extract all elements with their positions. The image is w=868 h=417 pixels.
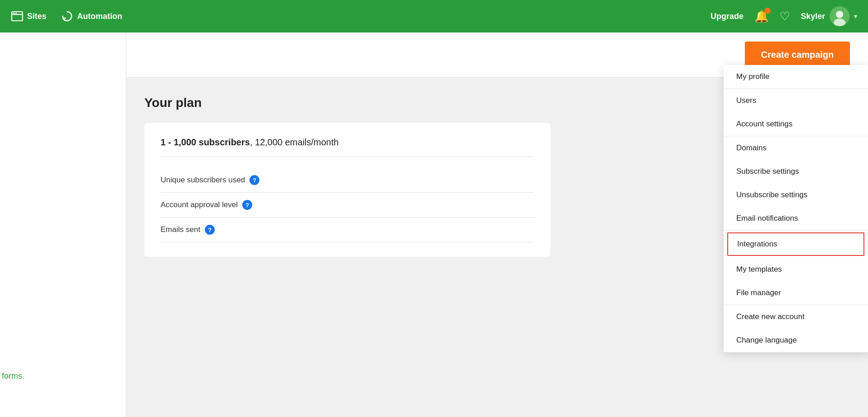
account-approval-help-icon[interactable]: ?: [242, 200, 252, 210]
user-menu-trigger[interactable]: Skyler ▾: [801, 6, 857, 26]
unique-subscribers-label: Unique subscribers used: [161, 176, 245, 185]
dropdown-section-account: Users Account settings: [724, 89, 868, 136]
emails-sent-row: Emails sent ?: [161, 218, 534, 242]
automation-label: Automation: [77, 12, 122, 21]
dropdown-subscribe-settings[interactable]: Subscribe settings: [724, 160, 868, 183]
subscribers-count: 1 - 1,000 subscribers: [161, 137, 250, 147]
dropdown-domains[interactable]: Domains: [724, 136, 868, 160]
dropdown-section-account-actions: Create new account Change language: [724, 305, 868, 352]
dropdown-change-language[interactable]: Change language: [724, 329, 868, 352]
svg-point-5: [836, 11, 843, 18]
dropdown-integrations[interactable]: Integrations: [727, 232, 864, 256]
svg-rect-3: [15, 13, 17, 14]
create-campaign-button[interactable]: Create campaign: [745, 42, 850, 68]
dropdown-unsubscribe-settings[interactable]: Unsubscribe settings: [724, 183, 868, 207]
account-approval-label: Account approval level: [161, 200, 238, 209]
dropdown-create-new-account[interactable]: Create new account: [724, 305, 868, 329]
plan-card: 1 - 1,000 subscribers, 12,000 emails/mon…: [144, 123, 550, 257]
main-content: Create campaign Your plan 1 - 1,000 subs…: [0, 32, 868, 417]
dropdown-my-profile[interactable]: My profile: [724, 65, 868, 88]
emails-per-month: , 12,000 emails/month: [250, 137, 339, 147]
account-approval-row: Account approval level ?: [161, 193, 534, 218]
favorites-icon[interactable]: ♡: [780, 9, 790, 23]
upgrade-button[interactable]: Upgrade: [711, 12, 743, 21]
svg-rect-2: [13, 13, 14, 14]
unique-subscribers-row: Unique subscribers used ?: [161, 168, 534, 193]
dropdown-file-manager[interactable]: File manager: [724, 281, 868, 305]
emails-sent-help-icon[interactable]: ?: [205, 225, 215, 235]
dropdown-my-templates[interactable]: My templates: [724, 258, 868, 281]
notifications-button[interactable]: 🔔: [754, 9, 769, 23]
user-name: Skyler: [801, 12, 825, 21]
dropdown-account-settings[interactable]: Account settings: [724, 112, 868, 136]
user-dropdown-menu: My profile Users Account settings Domain…: [724, 65, 868, 352]
notification-badge: [764, 8, 771, 14]
plan-subscribers-row: 1 - 1,000 subscribers, 12,000 emails/mon…: [161, 137, 534, 157]
nav-right: Upgrade 🔔 ♡ Skyler ▾: [711, 6, 857, 26]
chevron-down-icon: ▾: [854, 13, 857, 20]
dropdown-section-profile: My profile: [724, 65, 868, 89]
dropdown-section-settings: Domains Subscribe settings Unsubscribe s…: [724, 136, 868, 231]
nav-sites[interactable]: Sites: [11, 10, 46, 23]
nav-left: Sites Automation: [11, 10, 711, 23]
emails-sent-label: Emails sent: [161, 225, 200, 234]
avatar: [830, 6, 850, 26]
dropdown-email-notifications[interactable]: Email notifications: [724, 207, 868, 230]
nav-automation[interactable]: Automation: [61, 10, 122, 23]
automation-icon: [61, 10, 74, 23]
navbar: Sites Automation Upgrade 🔔 ♡ Skyler: [0, 0, 868, 32]
dropdown-section-tools: Integrations My templates File manager: [724, 232, 868, 305]
unique-subscribers-help-icon[interactable]: ?: [249, 175, 259, 185]
sites-icon: [11, 10, 23, 23]
sites-label: Sites: [27, 12, 46, 21]
sidebar: [0, 32, 126, 417]
dropdown-users[interactable]: Users: [724, 89, 868, 112]
